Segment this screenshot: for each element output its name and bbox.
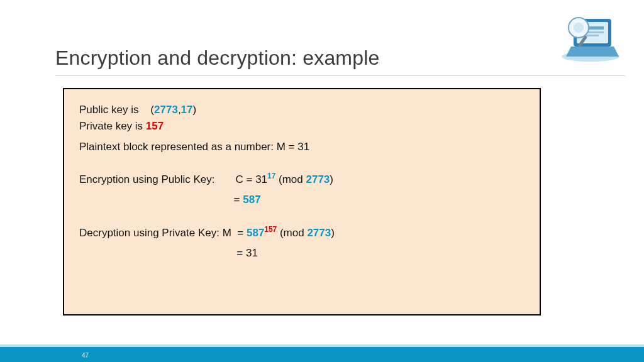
decryption-formula: Decryption using Private Key: M = 587157…	[79, 225, 525, 241]
security-laptop-icon	[556, 8, 625, 64]
page-title: Encryption and decryption: example	[55, 47, 380, 70]
title-divider	[55, 75, 625, 76]
decryption-result: = 31	[79, 245, 525, 261]
svg-point-7	[574, 23, 584, 33]
private-key-d: 157	[146, 120, 164, 132]
public-key-line: Public key is (2773,17)	[79, 102, 525, 118]
encryption-result: = 587	[79, 192, 525, 208]
ciphertext-value: 587	[243, 194, 260, 206]
enc-exponent: 17	[267, 172, 275, 180]
public-key-n: 2773	[154, 104, 178, 116]
private-key-label: Private key is	[79, 120, 146, 132]
dec-base: 587	[247, 227, 264, 239]
page-number: 47	[82, 352, 89, 359]
dec-mod-n: 2773	[307, 227, 331, 239]
public-key-e: 17	[181, 104, 193, 116]
encryption-formula: Encryption using Public Key: C = 3117 (m…	[79, 172, 525, 188]
example-box: Public key is (2773,17) Private key is 1…	[63, 88, 541, 315]
footer-band: 47	[0, 347, 644, 362]
plaintext-line: Plaintext block represented as a number:…	[79, 139, 525, 155]
private-key-line: Private key is 157	[79, 118, 525, 134]
slide: Encryption and decryption: example Publi…	[0, 0, 644, 362]
dec-exponent: 157	[264, 225, 277, 234]
enc-mod-n: 2773	[306, 173, 330, 185]
public-key-label: Public key is (	[79, 104, 154, 116]
